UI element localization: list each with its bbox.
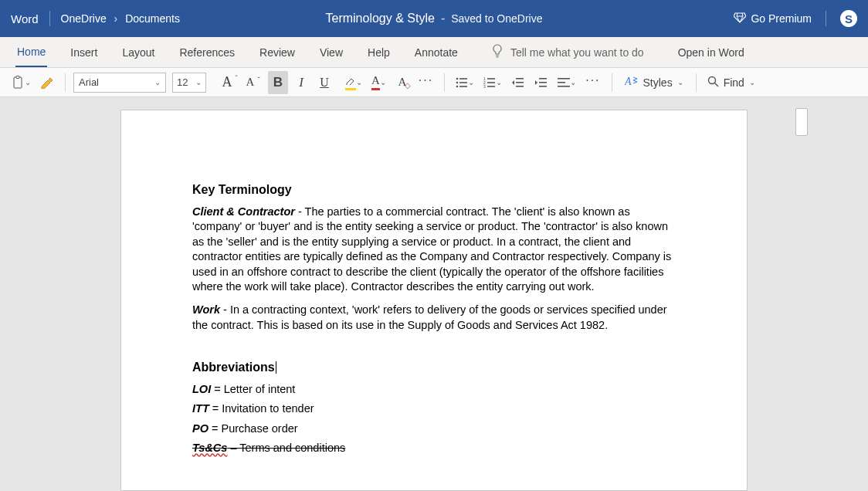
- toolbar-sep-3: [612, 73, 612, 92]
- svg-rect-5: [459, 82, 467, 83]
- toolbar-sep-2: [444, 73, 445, 92]
- chevron-down-icon: ⌄: [195, 78, 202, 86]
- svg-point-24: [708, 76, 715, 83]
- font-size-value: 12: [177, 76, 188, 88]
- document-page[interactable]: Key Terminology Client & Contractor - Th…: [120, 110, 748, 491]
- font-color-button[interactable]: A ⌄: [368, 71, 389, 94]
- titlebar-divider: [49, 11, 50, 26]
- dash: -: [441, 12, 445, 25]
- svg-line-25: [714, 83, 718, 86]
- tab-insert[interactable]: Insert: [69, 39, 99, 66]
- abbr-term: LOI: [192, 383, 211, 395]
- chevron-down-icon: ⌄: [380, 78, 386, 86]
- find-button[interactable]: Find ⌄: [704, 71, 758, 94]
- heading-key-terminology: Key Terminology: [192, 181, 676, 198]
- svg-rect-9: [487, 78, 495, 80]
- list-item: PO = Purchase order: [192, 422, 676, 437]
- toolbar-sep-1: [65, 73, 66, 92]
- breadcrumb[interactable]: OneDrive › Documents: [61, 12, 180, 25]
- svg-text:3: 3: [483, 84, 486, 88]
- svg-rect-22: [558, 86, 570, 87]
- svg-rect-21: [558, 82, 565, 83]
- shrink-font-button[interactable]: Aˇ: [240, 71, 260, 94]
- svg-rect-19: [539, 86, 547, 87]
- clear-formatting-button[interactable]: A◇: [392, 71, 412, 94]
- svg-text:A: A: [625, 76, 632, 87]
- tab-review[interactable]: Review: [258, 39, 297, 66]
- italic-button[interactable]: I: [291, 71, 311, 94]
- abbr-def: = Invitation to tender: [209, 402, 314, 415]
- abbr-term: ITT: [192, 402, 209, 415]
- tell-me-placeholder: Tell me what you want to do: [510, 46, 644, 59]
- list-item: LOI = Letter of intent: [192, 382, 676, 398]
- highlight-button[interactable]: ⌄: [342, 71, 365, 94]
- underline-button[interactable]: U: [314, 71, 334, 94]
- svg-point-4: [456, 81, 459, 83]
- tab-references[interactable]: References: [178, 39, 236, 66]
- title-bar: Word OneDrive › Documents Terminology & …: [0, 0, 868, 37]
- tab-view[interactable]: View: [318, 39, 344, 66]
- titlebar-divider-2: [826, 11, 826, 26]
- chevron-down-icon: ⌄: [496, 78, 502, 86]
- open-in-word-link[interactable]: Open in Word: [676, 39, 746, 66]
- styles-icon: A: [625, 75, 639, 90]
- more-font-button[interactable]: ···: [415, 71, 436, 94]
- lightbulb-icon: [492, 44, 503, 60]
- tab-help[interactable]: Help: [366, 39, 392, 66]
- breadcrumb-leaf[interactable]: Documents: [125, 12, 180, 25]
- go-premium-button[interactable]: Go Premium: [734, 12, 812, 25]
- svg-point-2: [456, 77, 459, 80]
- font-size-select[interactable]: 12 ⌄: [172, 73, 206, 93]
- svg-rect-0: [14, 77, 22, 88]
- styles-label: Styles: [643, 76, 673, 89]
- chevron-right-icon: ›: [114, 12, 118, 25]
- chevron-down-icon: ⌄: [749, 78, 755, 86]
- more-paragraph-button[interactable]: ···: [582, 71, 603, 94]
- format-painter-button[interactable]: [37, 71, 57, 94]
- svg-rect-17: [539, 78, 547, 80]
- find-label: Find: [724, 76, 744, 89]
- chevron-down-icon: ⌄: [677, 78, 683, 86]
- align-button[interactable]: ⌄: [554, 71, 579, 94]
- chevron-down-icon: ⌄: [154, 78, 161, 86]
- abbr-term: PO: [192, 422, 209, 435]
- tab-layout[interactable]: Layout: [120, 39, 156, 66]
- abbr-term-struck: Ts&Cs: [192, 442, 227, 454]
- document-title[interactable]: Terminology & Style: [325, 12, 434, 25]
- selection-pane-handle[interactable]: [795, 108, 808, 136]
- svg-rect-1: [16, 76, 19, 78]
- styles-button[interactable]: A Styles ⌄: [620, 71, 688, 94]
- paste-button[interactable]: ⌄: [9, 71, 34, 94]
- font-name-value: Arial: [79, 76, 99, 88]
- titlebar-center: Terminology & Style - Saved to OneDrive: [325, 12, 542, 25]
- grow-font-button[interactable]: Aˆ: [217, 71, 237, 94]
- svg-rect-7: [459, 86, 467, 87]
- tell-me-search[interactable]: Tell me what you want to do: [492, 44, 644, 60]
- breadcrumb-root[interactable]: OneDrive: [61, 12, 107, 25]
- workspace: Key Terminology Client & Contractor - Th…: [0, 97, 868, 491]
- svg-rect-18: [539, 82, 547, 83]
- svg-rect-13: [487, 86, 495, 87]
- chevron-down-icon: ⌄: [25, 78, 31, 86]
- paragraph-work: Work - In a contracting context, 'work' …: [192, 303, 676, 333]
- abbr-def-struck: – Terms and conditions: [227, 442, 345, 454]
- list-item: ITT = Invitation to tender: [192, 401, 676, 417]
- abbreviation-list: LOI = Letter of intent ITT = Invitation …: [192, 382, 676, 456]
- bullets-button[interactable]: ⌄: [453, 71, 477, 94]
- skype-icon[interactable]: S: [840, 10, 857, 27]
- term-work: Work: [192, 303, 220, 316]
- chevron-down-icon: ⌄: [356, 78, 362, 86]
- bold-button[interactable]: B: [268, 71, 288, 94]
- abbr-def: = Purchase order: [209, 422, 298, 435]
- toolbar-sep-4: [696, 73, 697, 92]
- tab-home[interactable]: Home: [15, 38, 47, 67]
- svg-rect-20: [558, 78, 570, 80]
- numbering-button[interactable]: 123 ⌄: [480, 71, 505, 94]
- svg-rect-16: [516, 86, 524, 87]
- ribbon-tabs: Home Insert Layout References Review Vie…: [0, 37, 868, 68]
- decrease-indent-button[interactable]: [508, 71, 528, 94]
- increase-indent-button[interactable]: [531, 71, 551, 94]
- font-name-select[interactable]: Arial ⌄: [73, 73, 166, 93]
- tab-annotate[interactable]: Annotate: [413, 39, 459, 66]
- svg-rect-15: [516, 82, 524, 83]
